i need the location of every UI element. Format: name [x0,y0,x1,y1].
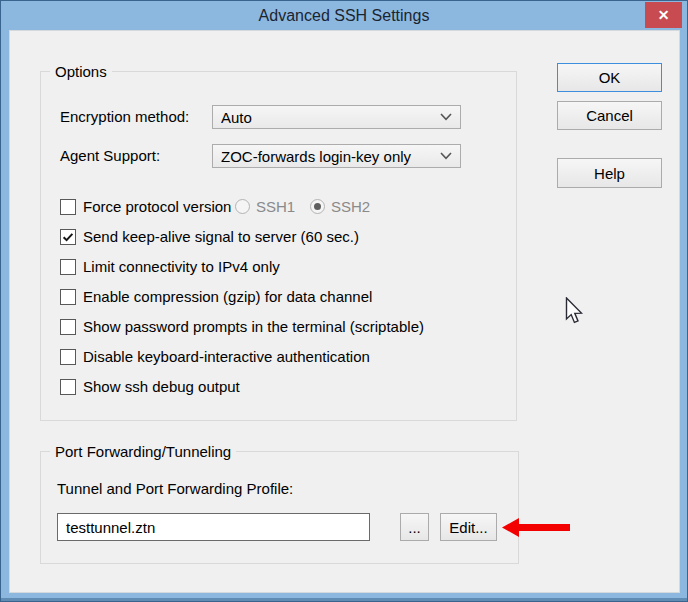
checkbox-row-ssh-debug: Show ssh debug output [60,378,240,395]
checkbox-label: Enable compression (gzip) for data chann… [83,288,372,305]
radio-dot [314,203,321,210]
password-prompts-checkbox[interactable] [60,319,76,335]
dialog-window: Advanced SSH Settings ✕ Options Encrypti… [0,0,688,602]
checkbox-row-keyboard-interactive: Disable keyboard-interactive authenticat… [60,348,370,365]
close-icon: ✕ [658,7,670,23]
checkbox-row-keep-alive: Send keep-alive signal to server (60 sec… [60,228,359,245]
checkbox-row-password-prompts: Show password prompts in the terminal (s… [60,318,424,335]
checkbox-label: Show ssh debug output [83,378,240,395]
ssh2-radio-item: SSH2 [310,198,370,215]
agent-support-value: ZOC-forwards login-key only [221,148,434,165]
agent-support-label: Agent Support: [60,144,160,168]
tunnel-profile-label: Tunnel and Port Forwarding Profile: [57,479,293,499]
options-group-legend: Options [50,63,112,80]
checkmark-icon [61,230,75,244]
help-button[interactable]: Help [557,158,662,188]
port-forwarding-group-legend: Port Forwarding/Tunneling [50,443,236,460]
checkbox-row-force-protocol: Force protocol version [60,198,231,215]
checkbox-label: Force protocol version [83,198,231,215]
tunnel-profile-input[interactable] [57,513,370,541]
chevron-down-icon [440,152,452,160]
ssh1-radio-item: SSH1 [235,198,295,215]
ssh1-radio-label: SSH1 [256,198,295,215]
checkbox-label: Show password prompts in the terminal (s… [83,318,424,335]
compression-checkbox[interactable] [60,289,76,305]
checkbox-label: Disable keyboard-interactive authenticat… [83,348,370,365]
checkbox-row-ipv4: Limit connectivity to IPv4 only [60,258,280,275]
ipv4-only-checkbox[interactable] [60,259,76,275]
ssh2-radio-label: SSH2 [331,198,370,215]
ok-button[interactable]: OK [557,63,662,92]
window-title: Advanced SSH Settings [259,7,430,24]
force-protocol-checkbox[interactable] [60,199,76,215]
keep-alive-checkbox[interactable] [60,229,76,245]
checkbox-label: Limit connectivity to IPv4 only [83,258,280,275]
browse-button[interactable]: ... [400,513,429,541]
title-bar[interactable]: Advanced SSH Settings [1,1,687,30]
port-forwarding-group: Port Forwarding/Tunneling [40,451,519,564]
edit-button[interactable]: Edit... [440,513,497,541]
close-button[interactable]: ✕ [645,2,682,28]
encryption-method-value: Auto [221,109,434,126]
red-arrow-annotation [502,517,570,538]
checkbox-row-compression: Enable compression (gzip) for data chann… [60,288,372,305]
ssh2-radio [310,199,325,214]
chevron-down-icon [440,113,452,121]
encryption-method-dropdown[interactable]: Auto [212,105,461,129]
encryption-method-label: Encryption method: [60,105,189,129]
keyboard-interactive-checkbox[interactable] [60,349,76,365]
agent-support-dropdown[interactable]: ZOC-forwards login-key only [212,144,461,168]
ssh1-radio [235,199,250,214]
dialog-body: Options Encryption method: Auto Agent Su… [9,30,680,593]
mouse-cursor [565,297,587,327]
cancel-button[interactable]: Cancel [557,101,662,130]
checkbox-label: Send keep-alive signal to server (60 sec… [83,228,359,245]
ssh-debug-checkbox[interactable] [60,379,76,395]
